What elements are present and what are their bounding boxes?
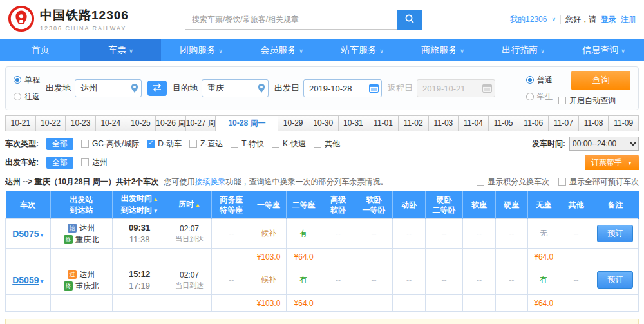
date-tab-selected[interactable]: 10-28 周一 bbox=[216, 115, 278, 131]
nav-item-group-services[interactable]: 团购服务∨ bbox=[161, 39, 242, 61]
to-station-input[interactable] bbox=[202, 79, 269, 97]
filter-type-d[interactable]: D-动车 bbox=[147, 138, 182, 149]
my-12306-link[interactable]: 我的12306 bbox=[510, 14, 547, 25]
filter-type-other[interactable]: 其他 bbox=[314, 138, 340, 149]
table-cell-empty bbox=[212, 249, 251, 265]
nav-item-business-travel[interactable]: 商旅服务∨ bbox=[402, 39, 483, 61]
trip-single-radio[interactable]: 单程 bbox=[14, 75, 40, 86]
date-tab[interactable]: 10-30 bbox=[308, 115, 339, 131]
nav-item-info-query[interactable]: 信息查询∨ bbox=[564, 39, 644, 61]
nav-item-travel-guide[interactable]: 出行指南∨ bbox=[483, 39, 564, 61]
booking-helper-button[interactable]: 订票帮手▼ bbox=[585, 155, 639, 170]
expand-arrow-icon[interactable]: ▾ bbox=[40, 231, 43, 238]
query-button[interactable]: 查询 bbox=[571, 71, 630, 90]
arrive-time: 11:38 bbox=[114, 234, 166, 245]
login-link[interactable]: 登录 bbox=[601, 14, 616, 25]
filters-section: 车次类型: 全部 GC-高铁/城际 D-动车 Z-直达 T-特快 K-快速 其他… bbox=[5, 135, 639, 172]
nav-label: 团购服务 bbox=[180, 44, 216, 55]
date-tab[interactable]: 11-09 bbox=[609, 115, 639, 131]
show-all-bookable-checkbox[interactable]: 显示全部可预订车次 bbox=[558, 176, 639, 187]
filter-type-k[interactable]: K-快速 bbox=[272, 138, 306, 149]
seat-second-class[interactable]: 有 bbox=[286, 219, 321, 249]
col-first-class: 一等座 bbox=[251, 191, 286, 219]
col-train[interactable]: 车次 bbox=[6, 191, 51, 219]
seat-soft-seat: -- bbox=[463, 219, 495, 249]
nav-item-home[interactable]: 首页 bbox=[0, 39, 80, 61]
depart-station-all-tag[interactable]: 全部 bbox=[46, 157, 73, 169]
sort-ascending-icon[interactable] bbox=[194, 200, 200, 209]
register-link[interactable]: 注册 bbox=[621, 14, 636, 25]
date-tab[interactable]: 10-22 bbox=[36, 115, 66, 131]
date-tab[interactable]: 11-05 bbox=[489, 115, 519, 131]
filter-type-gc[interactable]: GC-高铁/城际 bbox=[81, 138, 139, 149]
from-field: 出发地 bbox=[46, 79, 142, 97]
seat-first-class[interactable]: 候补 bbox=[251, 219, 286, 249]
depart-date-input[interactable] bbox=[303, 79, 382, 97]
filter-type-z[interactable]: Z-直达 bbox=[189, 138, 223, 149]
trip-round-radio[interactable]: 往返 bbox=[14, 91, 40, 102]
seat-hard-sleeper: -- bbox=[425, 219, 463, 249]
date-tab[interactable]: 10-27 周 bbox=[186, 115, 216, 131]
train-number-link[interactable]: D5059 bbox=[12, 275, 39, 285]
table-cell-empty bbox=[425, 249, 463, 265]
logo-text: 中国铁路12306 12306 CHINA RAILWAY bbox=[40, 7, 129, 32]
date-tab[interactable]: 11-08 bbox=[579, 115, 609, 131]
date-tab[interactable]: 11-02 bbox=[399, 115, 429, 131]
from-station-input[interactable] bbox=[75, 79, 142, 97]
date-tab[interactable]: 10-29 bbox=[278, 115, 308, 131]
nav-item-tickets[interactable]: 车票∨ bbox=[80, 39, 161, 61]
expand-arrow-icon[interactable]: ▾ bbox=[40, 278, 43, 285]
depart-time-select[interactable]: 00:00--24:00 bbox=[569, 137, 639, 151]
col-other: 其他 bbox=[560, 191, 592, 219]
type-student-radio[interactable]: 学生 bbox=[526, 91, 553, 102]
transfer-link[interactable]: 接续换乘 bbox=[194, 177, 225, 186]
col-stations: 出发站到达站 bbox=[50, 191, 112, 219]
train-row: D5075▾ 始达州 终重庆北 09:3111:38 02:07当日到达 -- … bbox=[6, 219, 639, 249]
duration-cell: 02:07当日到达 bbox=[167, 265, 212, 295]
site-logo[interactable]: 中国铁路12306 12306 CHINA RAILWAY bbox=[8, 5, 185, 34]
show-points-checkbox[interactable]: 显示积分兑换车次 bbox=[477, 176, 549, 187]
date-tab[interactable]: 10-21 bbox=[5, 115, 36, 131]
filter-type-t[interactable]: T-特快 bbox=[231, 138, 264, 149]
to-station: 重庆北 bbox=[75, 280, 99, 292]
search-input[interactable] bbox=[185, 10, 397, 30]
table-cell-empty bbox=[393, 249, 425, 265]
nav-item-station-services[interactable]: 站车服务∨ bbox=[322, 39, 402, 61]
train-number-link[interactable]: D5075 bbox=[12, 229, 39, 239]
filter-station-dazhou[interactable]: 达州 bbox=[81, 157, 108, 168]
seat-no-seat[interactable]: 有 bbox=[527, 265, 560, 295]
sort-descending-icon[interactable] bbox=[152, 205, 158, 214]
sort-ascending-icon[interactable] bbox=[152, 194, 158, 203]
col-no-seat: 无座 bbox=[527, 191, 560, 219]
search-button[interactable] bbox=[397, 10, 422, 30]
nav-label: 站车服务 bbox=[341, 44, 377, 55]
return-date-input[interactable] bbox=[417, 79, 495, 97]
date-tab[interactable]: 10-23 bbox=[66, 115, 96, 131]
seat-first-class[interactable]: 候补 bbox=[251, 265, 286, 295]
col-times[interactable]: 出发时间到达时间 bbox=[112, 191, 167, 219]
date-tab[interactable]: 11-01 bbox=[368, 115, 399, 131]
checkbox-icon bbox=[314, 140, 321, 148]
nav-item-member-services[interactable]: 会员服务∨ bbox=[242, 39, 322, 61]
table-header-row: 车次 出发站到达站 出发时间到达时间 历时 商务座特等座 一等座 二等座 高级软… bbox=[6, 191, 639, 219]
date-tab[interactable]: 11-07 bbox=[549, 115, 579, 131]
book-button[interactable]: 预订 bbox=[597, 225, 633, 242]
train-type-all-tag[interactable]: 全部 bbox=[46, 138, 73, 150]
swap-stations-button[interactable] bbox=[147, 81, 167, 96]
date-tab[interactable]: 11-06 bbox=[518, 115, 549, 131]
times-cell: 09:3111:38 bbox=[112, 219, 167, 249]
table-cell-empty bbox=[112, 295, 167, 312]
auto-query-checkbox[interactable]: 开启自动查询 bbox=[558, 95, 616, 106]
date-tab[interactable]: 10-25 bbox=[126, 115, 156, 131]
date-tab[interactable]: 11-03 bbox=[429, 115, 459, 131]
type-normal-radio[interactable]: 普通 bbox=[526, 75, 553, 86]
checkbox-icon bbox=[81, 158, 89, 166]
seat-second-class[interactable]: 有 bbox=[286, 265, 321, 295]
col-duration[interactable]: 历时 bbox=[167, 191, 212, 219]
date-tab[interactable]: 10-24 bbox=[96, 115, 126, 131]
book-button[interactable]: 预订 bbox=[597, 271, 633, 289]
date-tab[interactable]: 10-31 bbox=[339, 115, 369, 131]
chevron-down-icon: ∨ bbox=[129, 48, 133, 54]
date-tab[interactable]: 10-26 周 bbox=[156, 115, 186, 131]
date-tab[interactable]: 11-04 bbox=[459, 115, 489, 131]
